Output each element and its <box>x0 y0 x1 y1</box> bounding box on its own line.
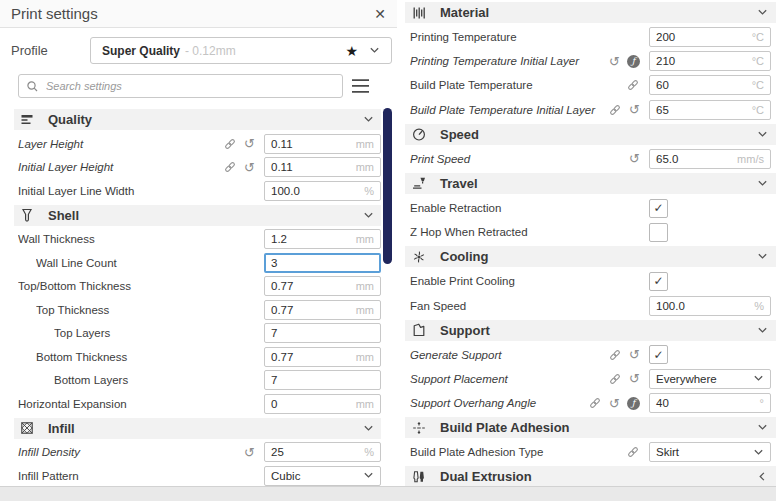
setting-icons: ↺ƒ <box>609 55 640 68</box>
search-icon <box>26 80 39 93</box>
setting-input[interactable]: 0.77mm <box>264 276 381 296</box>
setting-icons: ↺ <box>629 152 640 165</box>
setting-label: Build Plate Temperature Initial Layer <box>410 104 608 116</box>
checkmark-icon: ✓ <box>653 202 663 214</box>
right-settings-list: MaterialPrinting Temperature200°CPrintin… <box>405 0 776 486</box>
link-icon <box>588 396 602 410</box>
chevron-down-icon <box>753 373 764 384</box>
window-background <box>0 486 776 501</box>
input-value: 1.2 <box>271 233 287 245</box>
setting-label: Print Speed <box>410 153 629 165</box>
link-icon <box>223 160 237 174</box>
setting-label: Z Hop When Retracted <box>410 226 649 238</box>
input-value: 210 <box>656 55 675 67</box>
setting-label: Bottom Layers <box>54 374 264 386</box>
speed-icon <box>411 126 428 142</box>
section-dual-extrusion[interactable]: Dual Extrusion <box>405 466 776 487</box>
section-travel[interactable]: Travel <box>405 173 776 194</box>
profile-row: Profile Super Quality - 0.12mm ★ <box>0 37 397 64</box>
section-build-plate-adhesion[interactable]: Build Plate Adhesion <box>405 417 776 438</box>
section-title: Material <box>440 5 489 20</box>
setting-input[interactable]: 100.0% <box>649 296 771 316</box>
setting-row-build-plate-temperature-initial-layer: Build Plate Temperature Initial Layer↺65… <box>405 98 776 122</box>
setting-select[interactable]: Skirt <box>649 442 771 462</box>
section-speed[interactable]: Speed <box>405 124 776 145</box>
revert-icon[interactable]: ↺ <box>629 348 640 361</box>
profile-suffix: - 0.12mm <box>185 44 236 58</box>
setting-input[interactable]: 100.0% <box>264 181 381 201</box>
setting-input[interactable]: 0.11mm <box>264 134 381 154</box>
setting-checkbox[interactable]: ✓ <box>649 199 668 218</box>
section-shell[interactable]: Shell <box>14 205 381 226</box>
setting-label: Build Plate Temperature <box>410 79 626 91</box>
revert-icon[interactable]: ↺ <box>244 137 255 150</box>
setting-input[interactable]: 0.11mm <box>264 157 381 177</box>
section-support[interactable]: Support <box>405 320 776 341</box>
setting-input[interactable]: 25% <box>264 442 381 462</box>
chevron-down-icon <box>363 470 374 481</box>
page-title: Print settings <box>11 5 98 22</box>
section-quality[interactable]: Quality <box>14 109 381 130</box>
section-title: Travel <box>440 176 478 191</box>
input-unit: mm <box>356 398 374 410</box>
input-value: 7 <box>271 327 277 339</box>
setting-select[interactable]: Cubic <box>264 466 381 486</box>
setting-label: Enable Print Cooling <box>410 275 649 287</box>
close-icon[interactable]: ✕ <box>374 6 386 22</box>
left-settings-list: QualityLayer Height↺0.11mmInitial Layer … <box>0 109 397 488</box>
chevron-down-icon <box>757 7 768 18</box>
scrollbar[interactable] <box>383 108 392 264</box>
setting-input[interactable]: 65°C <box>649 100 771 120</box>
setting-row-top-layers: Top Layers7 <box>14 322 381 346</box>
setting-icons: ↺ <box>244 446 255 459</box>
setting-checkbox[interactable]: ✓ <box>649 272 668 291</box>
setting-label: Horizontal Expansion <box>18 398 264 410</box>
section-infill[interactable]: Infill <box>14 418 381 439</box>
setting-input[interactable]: 40° <box>649 393 771 413</box>
setting-label: Enable Retraction <box>410 202 649 214</box>
setting-checkbox[interactable]: ✓ <box>649 345 668 364</box>
profile-dropdown[interactable]: Super Quality - 0.12mm ★ <box>90 37 392 64</box>
search-box <box>18 74 343 98</box>
revert-icon[interactable]: ↺ <box>609 397 620 410</box>
setting-input[interactable]: 200°C <box>649 27 771 47</box>
setting-input[interactable]: 0.77mm <box>264 300 381 320</box>
section-material[interactable]: Material <box>405 2 776 23</box>
revert-icon[interactable]: ↺ <box>629 103 640 116</box>
section-title: Speed <box>440 127 479 142</box>
input-value: 0.11 <box>271 161 293 173</box>
hamburger-menu-icon[interactable] <box>352 78 370 94</box>
setting-input[interactable]: 210°C <box>649 51 771 71</box>
infill-icon <box>19 420 36 436</box>
search-input[interactable] <box>44 79 335 93</box>
setting-input[interactable]: 7 <box>264 323 381 343</box>
setting-icons: ↺ƒ <box>588 396 640 410</box>
setting-input[interactable]: 3 <box>264 253 381 273</box>
setting-input[interactable]: 0mm <box>264 394 381 414</box>
input-unit: mm/s <box>737 153 764 165</box>
section-cooling[interactable]: Cooling <box>405 246 776 267</box>
input-value: 0.77 <box>271 280 293 292</box>
setting-input[interactable]: 0.77mm <box>264 347 381 367</box>
revert-icon[interactable]: ↺ <box>244 161 255 174</box>
setting-checkbox[interactable] <box>649 223 668 242</box>
revert-icon[interactable]: ↺ <box>244 446 255 459</box>
setting-label: Initial Layer Height <box>18 161 223 173</box>
setting-row-enable-retraction: Enable Retraction✓ <box>405 196 776 220</box>
setting-input[interactable]: 7 <box>264 370 381 390</box>
link-icon <box>626 445 640 459</box>
revert-icon[interactable]: ↺ <box>609 55 620 68</box>
revert-icon[interactable]: ↺ <box>629 152 640 165</box>
setting-label: Generate Support <box>410 349 608 361</box>
setting-input[interactable]: 1.2mm <box>264 229 381 249</box>
setting-input[interactable]: 65.0mm/s <box>649 149 771 169</box>
checkmark-icon: ✓ <box>653 275 663 287</box>
cooling-icon <box>411 249 428 265</box>
revert-icon[interactable]: ↺ <box>629 372 640 385</box>
chevron-left-icon <box>757 471 768 482</box>
chevron-down-icon <box>363 423 374 434</box>
section-title: Cooling <box>440 249 488 264</box>
setting-input[interactable]: 60°C <box>649 75 771 95</box>
setting-icons: ↺ <box>608 103 640 117</box>
setting-select[interactable]: Everywhere <box>649 369 771 389</box>
